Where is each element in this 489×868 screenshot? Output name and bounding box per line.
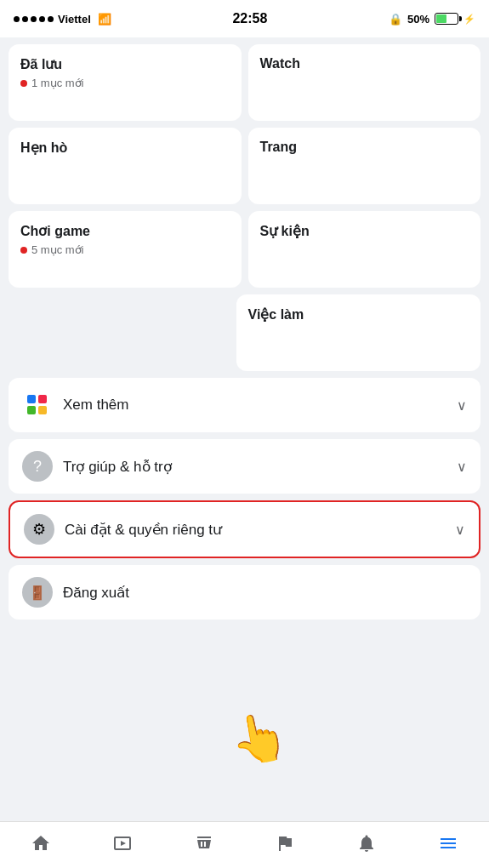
su-kien-title: Sự kiện (260, 223, 469, 239)
bottom-nav (0, 821, 489, 868)
nav-bell[interactable] (345, 822, 388, 865)
status-bar: Viettel 📶 22:58 🔒 50% ⚡ (0, 0, 489, 37)
nav-video[interactable] (101, 822, 144, 865)
trang-title: Trang (260, 140, 469, 155)
dang-xuat-label: Đăng xuất (63, 584, 467, 602)
tro-giup-label: Trợ giúp & hỗ trợ (63, 458, 446, 476)
su-kien-card[interactable]: Sự kiện (248, 211, 481, 288)
signal-dots (14, 16, 54, 22)
badge-dot-game (20, 247, 27, 254)
xem-them-section: Xem thêm ∨ (9, 378, 480, 432)
carrier-label: Viettel (58, 13, 91, 26)
choi-game-badge: 5 mục mới (20, 243, 230, 256)
watch-title: Watch (260, 56, 469, 71)
da-luu-badge-text: 1 mục mới (31, 77, 84, 89)
nav-menu[interactable] (427, 822, 469, 865)
hen-ho-title: Hẹn hò (20, 140, 230, 156)
cai-dat-section: ⚙ Cài đặt & quyền riêng tư ∨ (9, 500, 480, 558)
tro-giup-chevron: ∨ (457, 459, 467, 475)
nav-flag[interactable] (264, 822, 306, 865)
cai-dat-label: Cài đặt & quyền riêng tư (65, 521, 445, 539)
da-luu-badge: 1 mục mới (20, 77, 230, 89)
logout-icon: 🚪 (22, 577, 53, 608)
cai-dat-item[interactable]: ⚙ Cài đặt & quyền riêng tư ∨ (10, 502, 479, 557)
colorful-icon (22, 390, 53, 420)
charging-icon: ⚡ (463, 14, 475, 25)
da-luu-title: Đã lưu (20, 56, 230, 72)
trang-card[interactable]: Trang (248, 128, 481, 204)
viec-lam-card[interactable]: Việc làm (236, 294, 481, 371)
viec-lam-title: Việc làm (248, 306, 469, 323)
choi-game-badge-text: 5 mục mới (31, 243, 84, 256)
tro-giup-section: ? Trợ giúp & hỗ trợ ∨ (9, 439, 480, 494)
help-icon: ? (22, 451, 53, 482)
clock: 22:58 (232, 11, 267, 26)
status-right: 🔒 50% ⚡ (389, 13, 475, 26)
status-left: Viettel 📶 (14, 13, 111, 26)
xem-them-label: Xem thêm (63, 397, 446, 414)
hen-ho-card[interactable]: Hẹn hò (9, 128, 242, 204)
choi-game-card[interactable]: Chơi game 5 mục mới (9, 211, 242, 288)
nav-home[interactable] (20, 822, 62, 865)
choi-game-title: Chơi game (20, 223, 230, 239)
badge-dot (20, 80, 27, 87)
watch-card[interactable]: Watch (248, 44, 481, 121)
nav-marketplace[interactable] (183, 822, 225, 865)
dang-xuat-item[interactable]: 🚪 Đăng xuất (9, 565, 480, 620)
xem-them-item[interactable]: Xem thêm ∨ (9, 378, 480, 432)
da-luu-card[interactable]: Đã lưu 1 mục mới (9, 44, 242, 121)
battery-icon (435, 13, 458, 25)
dang-xuat-section: 🚪 Đăng xuất (9, 565, 480, 620)
gear-icon: ⚙ (24, 514, 54, 545)
wifi-icon: 📶 (98, 13, 111, 26)
tro-giup-item[interactable]: ? Trợ giúp & hỗ trợ ∨ (9, 439, 480, 494)
xem-them-chevron: ∨ (457, 397, 467, 414)
cai-dat-chevron: ∨ (455, 522, 465, 538)
main-content: Đã lưu 1 mục mới Watch Hẹn hò Trang Chơi… (0, 37, 489, 821)
battery-percent: 50% (407, 13, 429, 26)
lock-icon: 🔒 (389, 13, 402, 26)
